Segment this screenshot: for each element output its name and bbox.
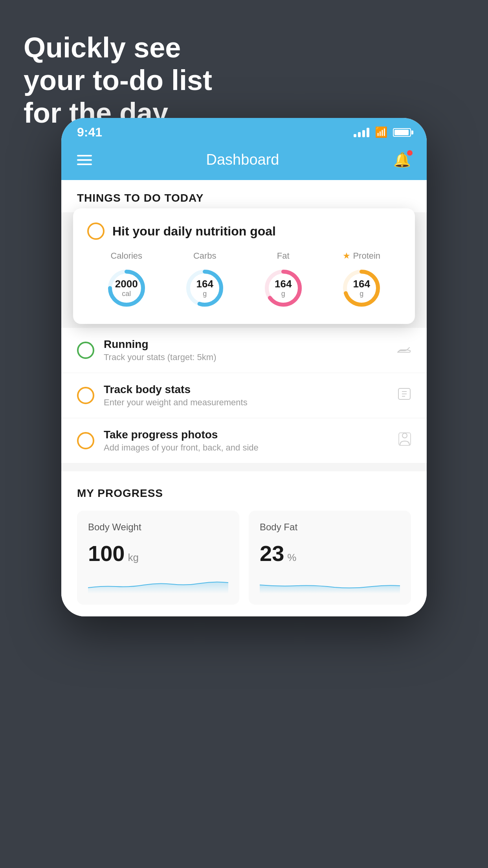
body-fat-unit: %	[287, 552, 296, 564]
carbs-ring: 164 g	[183, 267, 226, 310]
progress-title: MY PROGRESS	[77, 487, 411, 500]
nutrition-checkbox[interactable]	[87, 223, 105, 240]
nutrition-stats: Calories 2000 cal	[87, 251, 401, 310]
fat-unit: g	[275, 290, 292, 298]
body-stats-subtitle: Enter your weight and measurements	[104, 397, 388, 408]
todo-progress-photos[interactable]: Take progress photos Add images of your …	[61, 418, 427, 463]
body-fat-number: 23	[260, 541, 284, 566]
todo-list: Running Track your stats (target: 5km)	[61, 328, 427, 463]
running-checkbox[interactable]	[77, 342, 94, 359]
fat-value: 164	[275, 278, 292, 290]
running-subtitle: Track your stats (target: 5km)	[104, 352, 387, 362]
body-fat-value-row: 23 %	[260, 541, 400, 566]
body-weight-number: 100	[88, 541, 125, 566]
body-fat-label: Body Fat	[260, 522, 400, 533]
progress-cards: Body Weight 100 kg	[77, 511, 411, 605]
star-icon: ★	[343, 251, 350, 261]
things-title: THINGS TO DO TODAY	[77, 192, 411, 204]
fat-ring: 164 g	[262, 267, 305, 310]
progress-photos-subtitle: Add images of your front, back, and side	[104, 443, 389, 453]
body-stats-checkbox[interactable]	[77, 387, 94, 404]
hamburger-menu[interactable]	[77, 155, 92, 165]
notification-bell[interactable]: 🔔	[393, 152, 411, 168]
fat-label: Fat	[277, 251, 290, 261]
main-content: THINGS TO DO TODAY Hit your daily nutrit…	[61, 180, 427, 616]
calories-ring: 2000 cal	[105, 267, 148, 310]
calories-unit: cal	[115, 290, 138, 298]
status-icons: 📶	[354, 126, 411, 138]
carbs-label: Carbs	[193, 251, 216, 261]
protein-ring: 164 g	[340, 267, 383, 310]
body-weight-value-row: 100 kg	[88, 541, 228, 566]
status-bar: 9:41 📶	[61, 118, 427, 143]
stat-fat: Fat 164 g	[262, 251, 305, 310]
progress-photos-checkbox[interactable]	[77, 432, 94, 449]
nutrition-card[interactable]: Hit your daily nutrition goal Calories	[73, 208, 415, 324]
nav-title: Dashboard	[206, 151, 279, 168]
shoe-icon	[397, 343, 411, 358]
background-headline: Quickly see your to-do list for the day.	[24, 31, 212, 129]
running-title: Running	[104, 338, 387, 351]
calories-value: 2000	[115, 278, 138, 290]
todo-body-stats[interactable]: Track body stats Enter your weight and m…	[61, 373, 427, 418]
nutrition-card-title: Hit your daily nutrition goal	[112, 224, 276, 239]
nav-bar: Dashboard 🔔	[61, 143, 427, 180]
body-weight-chart	[88, 574, 228, 594]
battery-icon	[393, 128, 411, 137]
body-fat-card[interactable]: Body Fat 23 %	[249, 511, 411, 605]
running-text: Running Track your stats (target: 5km)	[104, 338, 387, 362]
carbs-unit: g	[196, 290, 213, 298]
progress-photos-text: Take progress photos Add images of your …	[104, 428, 389, 453]
scale-icon	[398, 388, 411, 403]
protein-unit: g	[353, 290, 370, 298]
status-time: 9:41	[77, 125, 102, 140]
person-icon	[398, 432, 411, 449]
body-weight-label: Body Weight	[88, 522, 228, 533]
body-weight-card[interactable]: Body Weight 100 kg	[77, 511, 239, 605]
body-fat-chart	[260, 574, 400, 594]
svg-point-12	[402, 433, 407, 438]
progress-section: MY PROGRESS Body Weight 100 kg	[61, 471, 427, 616]
stat-carbs: Carbs 164 g	[183, 251, 226, 310]
stat-protein: ★ Protein 164 g	[340, 251, 383, 310]
notification-dot	[407, 150, 413, 156]
calories-label: Calories	[110, 251, 142, 261]
nutrition-card-header: Hit your daily nutrition goal	[87, 223, 401, 240]
signal-icon	[354, 128, 369, 137]
stat-calories: Calories 2000 cal	[105, 251, 148, 310]
wifi-icon: 📶	[375, 126, 387, 138]
phone-mockup: 9:41 📶 Dashboard 🔔	[61, 118, 427, 616]
things-section-header: THINGS TO DO TODAY	[61, 180, 427, 212]
progress-photos-title: Take progress photos	[104, 428, 389, 441]
todo-running[interactable]: Running Track your stats (target: 5km)	[61, 328, 427, 373]
body-stats-title: Track body stats	[104, 383, 388, 396]
body-stats-text: Track body stats Enter your weight and m…	[104, 383, 388, 408]
carbs-value: 164	[196, 278, 213, 290]
protein-value: 164	[353, 278, 370, 290]
protein-label: ★ Protein	[343, 251, 380, 261]
body-weight-unit: kg	[128, 552, 138, 564]
